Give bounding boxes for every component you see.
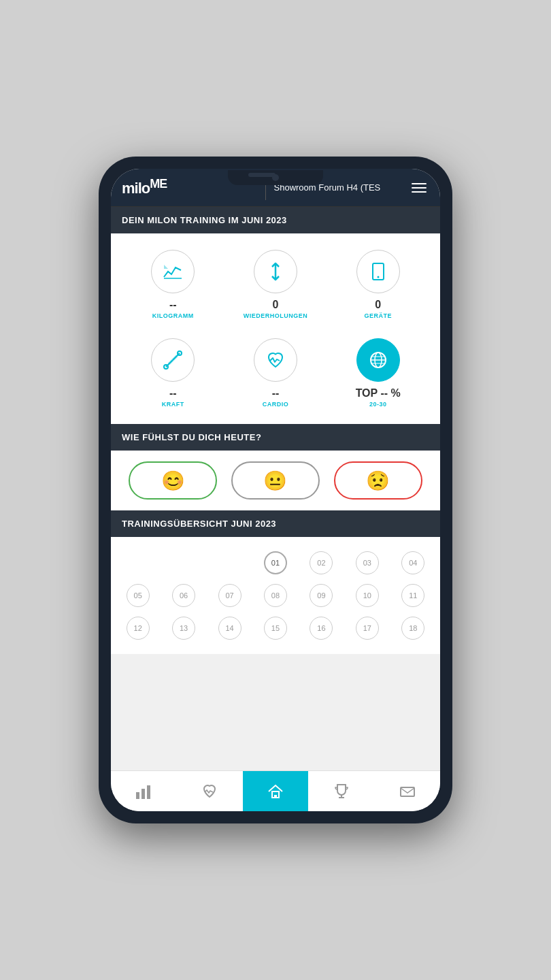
logo: miloME xyxy=(122,177,167,197)
cal-empty-1 xyxy=(116,548,159,578)
calendar-section-header: TRAININGSÜBERSICHT JUNI 2023 xyxy=(111,510,440,537)
home-nav-icon xyxy=(267,783,284,800)
calendar-card: 01 02 03 04 05 06 07 xyxy=(111,537,440,654)
cal-day-11[interactable]: 11 xyxy=(392,581,435,610)
top-value: TOP -- % xyxy=(356,387,401,399)
scroll-content: DEIN MILON TRAINING IM JUNI 2023 xyxy=(111,207,440,770)
cal-day-16[interactable]: 16 xyxy=(300,613,343,643)
bottom-nav xyxy=(111,770,440,811)
calendar-row-1: 01 02 03 04 xyxy=(116,548,435,578)
svg-rect-16 xyxy=(141,789,145,799)
cal-day-02[interactable]: 02 xyxy=(300,548,343,578)
phone-frame: miloME Showroom Forum H4 (TES DEIN MILON… xyxy=(99,157,452,823)
stat-geraete: 0 GERÄTE xyxy=(327,250,429,319)
cal-empty-3 xyxy=(208,548,251,578)
cal-day-05[interactable]: 05 xyxy=(116,581,159,610)
cal-day-03[interactable]: 03 xyxy=(346,548,388,578)
arrow-up-down-icon xyxy=(265,261,286,282)
cal-day-04-circle: 04 xyxy=(401,551,424,574)
cal-day-14[interactable]: 14 xyxy=(208,613,251,643)
cal-day-13[interactable]: 13 xyxy=(162,613,205,643)
feeling-card: 😊 😐 😟 xyxy=(111,451,440,510)
geraete-value: 0 xyxy=(375,299,381,311)
cardio-value: -- xyxy=(272,387,280,399)
calendar-title: TRAININGSÜBERSICHT JUNI 2023 xyxy=(122,519,429,529)
globe-icon xyxy=(367,349,389,371)
feeling-good-button[interactable]: 😊 xyxy=(129,461,217,500)
chart-icon xyxy=(162,261,184,282)
stat-cardio: -- CARDIO xyxy=(224,338,327,408)
calendar-row-3: 12 13 14 15 16 17 18 xyxy=(116,613,435,643)
nav-home[interactable] xyxy=(243,771,309,811)
cal-day-03-circle: 03 xyxy=(356,551,379,574)
cal-day-12[interactable]: 12 xyxy=(116,613,159,643)
nav-health[interactable] xyxy=(177,771,243,811)
cal-day-01[interactable]: 01 xyxy=(254,548,297,578)
menu-button[interactable] xyxy=(409,180,429,195)
mail-nav-icon xyxy=(399,783,416,800)
tablet-icon xyxy=(367,261,389,282)
svg-point-4 xyxy=(377,276,379,278)
nav-trophy[interactable] xyxy=(308,771,374,811)
cal-day-09[interactable]: 09 xyxy=(300,581,343,610)
svg-rect-22 xyxy=(401,787,414,796)
stat-kilogramm: -- KILOGRAMM xyxy=(122,250,224,319)
stat-top: TOP -- % 20-30 xyxy=(327,338,429,408)
feeling-neutral-button[interactable]: 😐 xyxy=(231,461,320,500)
wiederholungen-icon-circle xyxy=(254,250,297,293)
cal-day-06[interactable]: 06 xyxy=(162,581,205,610)
kraft-icon-circle xyxy=(151,338,195,382)
cal-day-15[interactable]: 15 xyxy=(254,613,297,643)
feeling-title: WIE FÜHLST DU DICH HEUTE? xyxy=(122,432,429,442)
calendar-row-2: 05 06 07 08 09 10 11 xyxy=(116,581,435,610)
stat-wiederholungen: 0 WIEDERHOLUNGEN xyxy=(224,250,327,319)
health-nav-icon xyxy=(201,783,218,800)
phone-screen: miloME Showroom Forum H4 (TES DEIN MILON… xyxy=(111,169,440,811)
cardio-icon-circle xyxy=(254,338,297,382)
svg-line-9 xyxy=(169,356,177,364)
cal-day-10[interactable]: 10 xyxy=(346,581,388,610)
wiederholungen-label: WIEDERHOLUNGEN xyxy=(244,312,308,319)
cardio-label: CARDIO xyxy=(263,401,289,408)
heartbeat-icon xyxy=(265,349,286,371)
cal-day-18[interactable]: 18 xyxy=(392,613,435,643)
cal-day-08[interactable]: 08 xyxy=(254,581,297,610)
kraft-label: KRAFT xyxy=(162,401,184,408)
trophy-nav-icon xyxy=(333,783,350,800)
feeling-section-header: WIE FÜHLST DU DICH HEUTE? xyxy=(111,424,440,451)
nav-stats[interactable] xyxy=(111,771,177,811)
cal-empty-2 xyxy=(162,548,205,578)
kraft-value: -- xyxy=(169,387,177,399)
nav-mail[interactable] xyxy=(374,771,440,811)
cal-day-01-circle: 01 xyxy=(264,551,287,574)
svg-rect-17 xyxy=(147,785,150,799)
stats-row-2: -- KRAFT -- CARDIO xyxy=(122,333,429,413)
svg-rect-19 xyxy=(274,795,277,798)
cal-day-04[interactable]: 04 xyxy=(392,548,435,578)
geraete-icon-circle xyxy=(356,250,400,293)
training-section-header: DEIN MILON TRAINING IM JUNI 2023 xyxy=(111,207,440,233)
stat-kraft: -- KRAFT xyxy=(122,338,224,408)
cal-day-02-circle: 02 xyxy=(310,551,333,574)
stats-card: -- KILOGRAMM 0 WIEDERHOL xyxy=(111,233,440,424)
wiederholungen-value: 0 xyxy=(273,299,279,311)
kilogramm-value: -- xyxy=(169,299,177,311)
kilogramm-icon-circle xyxy=(151,250,195,293)
feeling-bad-button[interactable]: 😟 xyxy=(334,461,422,500)
stats-row-1: -- KILOGRAMM 0 WIEDERHOL xyxy=(122,244,429,325)
cal-day-07[interactable]: 07 xyxy=(208,581,251,610)
svg-marker-1 xyxy=(164,265,168,269)
stats-divider xyxy=(122,325,429,333)
top-label: 20-30 xyxy=(369,401,387,408)
svg-rect-15 xyxy=(136,792,139,799)
phone-speaker xyxy=(248,173,276,177)
top-icon-circle xyxy=(356,338,400,382)
training-title: DEIN MILON TRAINING IM JUNI 2023 xyxy=(122,215,429,225)
phone-camera xyxy=(272,174,279,181)
kilogramm-label: KILOGRAMM xyxy=(152,312,194,319)
stats-nav-icon xyxy=(135,783,152,800)
cal-day-17[interactable]: 17 xyxy=(346,613,388,643)
dumbbell-icon xyxy=(162,349,184,371)
geraete-label: GERÄTE xyxy=(364,312,392,319)
